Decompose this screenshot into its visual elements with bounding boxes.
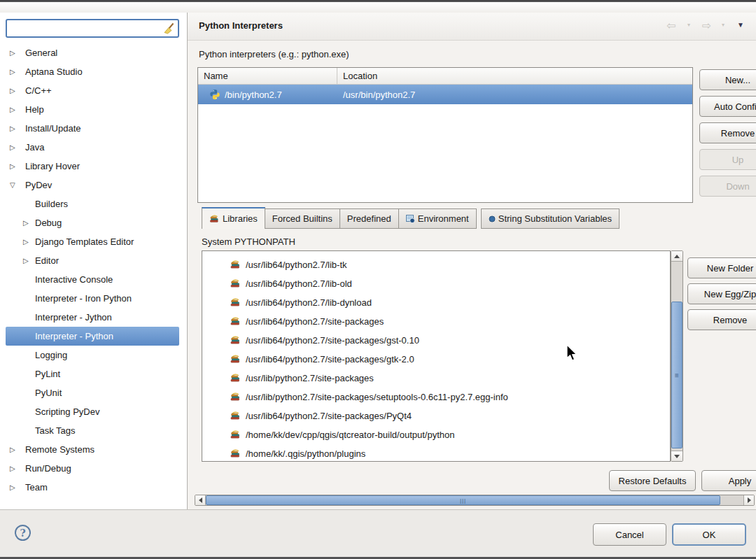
pythonpath-item[interactable]: /home/kk/.qgis/python/plugins: [202, 444, 670, 462]
tab-predefined[interactable]: Predefined: [340, 208, 399, 229]
sidebar-item-java[interactable]: ▷Java: [6, 138, 179, 157]
sidebar-item-run-debug[interactable]: ▷Run/Debug: [6, 459, 179, 478]
sidebar-item-help[interactable]: ▷Help: [6, 100, 179, 119]
vertical-scrollbar-thumb[interactable]: ≡: [671, 302, 682, 448]
sidebar-item-scripting-pydev[interactable]: Scripting PyDev: [6, 402, 179, 421]
library-icon: [230, 278, 241, 289]
vertical-scrollbar[interactable]: ≡: [671, 250, 683, 462]
sidebar-item-label: Interpreter - Iron Python: [35, 293, 132, 304]
sidebar-item-library-hover[interactable]: ▷Library Hover: [6, 157, 179, 176]
sidebar-item-logging[interactable]: Logging: [6, 346, 179, 365]
restore-defaults-button[interactable]: Restore Defaults: [609, 470, 696, 491]
expander-collapsed-icon[interactable]: ▷: [6, 465, 25, 472]
sidebar-item-aptana-studio[interactable]: ▷Aptana Studio: [6, 62, 179, 81]
tab-label: Predefined: [347, 213, 391, 224]
interpreter-location: /usr/bin/python2.7: [337, 90, 415, 100]
pythonpath-item[interactable]: /usr/lib64/python2.7/site-packages: [202, 312, 670, 331]
auto-config-button[interactable]: Auto Config: [699, 96, 756, 117]
cancel-button[interactable]: Cancel: [593, 523, 666, 546]
sidebar-item-editor[interactable]: ▷Editor: [6, 251, 179, 270]
sidebar-item-general[interactable]: ▷General: [6, 43, 179, 62]
table-row[interactable]: /bin/python2.7 /usr/bin/python2.7: [198, 85, 692, 104]
scroll-right-button[interactable]: [743, 495, 754, 505]
new-folder-button[interactable]: New Folder: [687, 257, 756, 278]
sidebar-item-task-tags[interactable]: Task Tags: [6, 421, 179, 440]
sidebar-item-install-update[interactable]: ▷Install/Update: [6, 119, 179, 138]
mouse-cursor: [566, 344, 578, 362]
sidebar-item-team[interactable]: ▷Team: [6, 478, 179, 497]
ok-button[interactable]: OK: [672, 523, 746, 546]
view-menu-icon[interactable]: ▼: [737, 21, 744, 29]
interpreter-name: /bin/python2.7: [225, 90, 282, 100]
forward-history-chevron-icon[interactable]: ▾: [722, 22, 724, 28]
expander-collapsed-icon[interactable]: ▷: [6, 68, 25, 76]
tab-environment[interactable]: Environment: [398, 208, 477, 229]
expander-collapsed-icon[interactable]: ▷: [6, 162, 25, 170]
thumb-grip-icon: ≡: [675, 372, 679, 379]
sidebar-item-debug[interactable]: ▷Debug: [6, 213, 179, 232]
preferences-sidebar: ▷General ▷Aptana Studio ▷C/C++ ▷Help ▷In…: [0, 13, 188, 509]
horizontal-scrollbar-thumb[interactable]: |||: [206, 495, 720, 505]
help-button[interactable]: ?: [15, 525, 31, 541]
interpreters-table: Name Location /bin/python2.7 /usr/bin/py…: [197, 67, 693, 203]
column-header-location[interactable]: Location: [337, 68, 377, 84]
tab-forced-builtins[interactable]: Forced Builtins: [265, 208, 340, 229]
remove-path-button[interactable]: Remove: [687, 309, 756, 330]
expander-collapsed-icon[interactable]: ▷: [6, 87, 25, 94]
pythonpath-item[interactable]: /home/kk/dev/cpp/qgis/qtcreator-build/ou…: [202, 425, 670, 444]
clear-filter-icon[interactable]: [162, 22, 175, 35]
new-interpreter-button[interactable]: New...: [699, 69, 756, 90]
pythonpath-item[interactable]: /usr/lib64/python2.7/site-packages/gst-0…: [202, 331, 670, 350]
pythonpath-item[interactable]: /usr/lib/python2.7/site-packages/setupto…: [202, 388, 670, 406]
sidebar-item-interactive-console[interactable]: Interactive Console: [6, 270, 179, 289]
sidebar-item-pylint[interactable]: PyLint: [6, 365, 179, 383]
sidebar-item-interpreter-iron-python[interactable]: Interpreter - Iron Python: [6, 289, 179, 308]
pythonpath-item[interactable]: /usr/lib64/python2.7/site-packages/PyQt4: [202, 406, 670, 425]
expander-expanded-icon[interactable]: ▽: [6, 181, 25, 189]
scroll-down-button[interactable]: [671, 451, 682, 461]
expander-collapsed-icon[interactable]: ▷: [23, 238, 35, 246]
scroll-left-button[interactable]: [195, 495, 206, 505]
path-label: /usr/lib64/python2.7/lib-dynload: [246, 297, 372, 308]
sidebar-item-django-templates-editor[interactable]: ▷Django Templates Editor: [6, 232, 179, 251]
sidebar-item-pyunit[interactable]: PyUnit: [6, 383, 179, 402]
sidebar-item-remote-systems[interactable]: ▷Remote Systems: [6, 440, 179, 459]
expander-collapsed-icon[interactable]: ▷: [23, 257, 35, 264]
interpreter-name-cell: /bin/python2.7: [198, 89, 337, 100]
scroll-up-button[interactable]: [671, 251, 682, 262]
sidebar-item-interpreter-python[interactable]: Interpreter - Python: [6, 327, 179, 346]
sidebar-item-builders[interactable]: Builders: [6, 194, 179, 213]
expander-collapsed-icon[interactable]: ▷: [6, 49, 25, 57]
back-history-chevron-icon[interactable]: ▾: [687, 22, 690, 28]
path-label: /usr/lib64/python2.7/lib-old: [246, 278, 352, 289]
pythonpath-list[interactable]: /usr/lib64/python2.7/lib-tk /usr/lib64/p…: [202, 250, 671, 462]
sidebar-item-pydev[interactable]: ▽PyDev: [6, 176, 179, 194]
sidebar-item-label: Run/Debug: [25, 463, 71, 474]
pythonpath-item[interactable]: /usr/lib64/python2.7/lib-tk: [202, 255, 670, 274]
new-egg-zip-button[interactable]: New Egg/Zip: [687, 283, 756, 304]
pythonpath-item[interactable]: /usr/lib64/python2.7/lib-dynload: [202, 293, 670, 312]
filter-input[interactable]: [7, 20, 178, 36]
sidebar-item-c-cpp[interactable]: ▷C/C++: [6, 81, 179, 100]
column-header-name[interactable]: Name: [198, 68, 337, 84]
pythonpath-item[interactable]: /usr/lib/python2.7/site-packages: [202, 369, 670, 388]
expander-collapsed-icon[interactable]: ▷: [6, 446, 25, 453]
path-label: /home/kk/.qgis/python/plugins: [246, 448, 365, 459]
tab-libraries[interactable]: Libraries: [202, 207, 265, 229]
tab-string-substitution-variables[interactable]: String Substitution Variables: [481, 208, 620, 229]
sidebar-item-label: Remote Systems: [25, 444, 94, 455]
pythonpath-item[interactable]: /usr/lib64/python2.7/site-packages/gtk-2…: [202, 350, 670, 369]
horizontal-scrollbar[interactable]: |||: [195, 495, 755, 506]
library-icon: [230, 260, 241, 270]
pythonpath-item[interactable]: /usr/lib64/python2.7/lib-old: [202, 274, 670, 293]
expander-collapsed-icon[interactable]: ▷: [6, 143, 25, 151]
expander-collapsed-icon[interactable]: ▷: [6, 483, 25, 491]
expander-collapsed-icon[interactable]: ▷: [6, 125, 25, 132]
sidebar-item-interpreter-jython[interactable]: Interpreter - Jython: [6, 308, 179, 327]
remove-interpreter-button[interactable]: Remove: [699, 122, 756, 143]
expander-collapsed-icon[interactable]: ▷: [6, 106, 25, 113]
apply-button[interactable]: Apply: [701, 470, 756, 491]
forward-arrow-icon[interactable]: ⇨: [702, 19, 711, 33]
back-arrow-icon[interactable]: ⇦: [666, 19, 676, 33]
expander-collapsed-icon[interactable]: ▷: [23, 219, 35, 227]
